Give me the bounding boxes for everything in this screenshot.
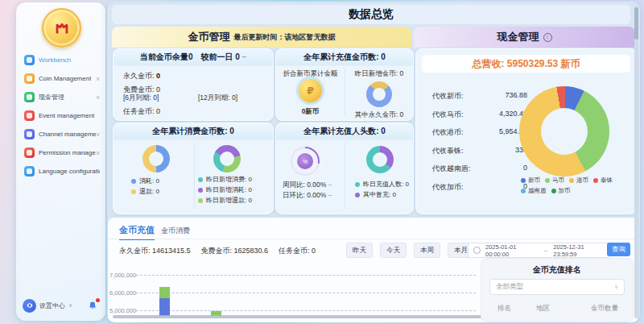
chevron-down-icon: ∨ bbox=[96, 150, 100, 156]
settings-label: 设置中心 bbox=[39, 301, 65, 310]
vertical-scrollbar[interactable] bbox=[634, 6, 638, 318]
ranking-col-amount: 金币数量 bbox=[584, 304, 625, 314]
sidebar-item-label: Language configuration bbox=[39, 168, 100, 175]
sidebar: Workbench Coin Management ∨ 现金管理 ∨ Event… bbox=[16, 2, 105, 321]
total-revenue-bar: 总营收: 5950329.53 新币 bbox=[421, 54, 631, 73]
cash-management-icon bbox=[24, 92, 35, 102]
yearly-recharge-card: 全年累计充值金币数: 0 折合新币累计金额 ₽ 0新币 昨日新增金币: 0 其中… bbox=[275, 48, 414, 121]
gridline bbox=[136, 293, 476, 293]
scrollbar-thumb[interactable] bbox=[634, 7, 638, 39]
legend-sgd: 新币 bbox=[521, 177, 540, 185]
yearly-consume-card: 全年累计消费金币数: 0 消耗: 0 退款: 0 昨日新增消费: 0 昨日新增消… bbox=[113, 123, 274, 214]
headcount-donut-chart bbox=[366, 146, 394, 173]
legend-dot bbox=[198, 188, 203, 193]
coin-balance-card: 当前金币余量0 较前一日 0 – 永久金币: 0 免费金币: 0 [6月到期: … bbox=[113, 48, 274, 121]
coin-recharge-panel: 金币充值 金币消费 永久金币: 14613415.5 免费金币: 1625830… bbox=[108, 218, 638, 322]
query-button[interactable]: 查询 bbox=[607, 243, 630, 256]
sidebar-menu: Workbench Coin Management ∨ 现金管理 ∨ Event… bbox=[16, 51, 105, 181]
bell-icon bbox=[88, 301, 97, 311]
range-yesterday-button[interactable]: 昨天 bbox=[346, 243, 373, 258]
sidebar-item-label: Event management bbox=[39, 112, 94, 119]
notification-bell-button[interactable] bbox=[88, 300, 98, 311]
gear-icon bbox=[26, 301, 34, 309]
balance-delta: 较前一日 0 – bbox=[200, 52, 246, 63]
range-today-button[interactable]: 今天 bbox=[380, 243, 407, 258]
cash-row: 代收新币:736.88 bbox=[432, 91, 527, 102]
chevron-down-icon: ∨ bbox=[96, 131, 100, 138]
channel-management-icon bbox=[24, 129, 35, 139]
coin-section-title: 金币管理 bbox=[188, 30, 230, 44]
currency-share-donut-chart bbox=[519, 86, 609, 177]
recharge-ranking-panel: 金币充值排名 全部类型 ∨ 排名 地区 金币数量 bbox=[481, 258, 634, 322]
divider bbox=[345, 143, 345, 209]
legend-yesterday-consume: 昨日新增消费: 0 bbox=[198, 175, 252, 184]
recharge-bar-chart bbox=[134, 264, 476, 316]
range-week-button[interactable]: 本周 bbox=[414, 243, 440, 258]
dec-expire-row: [12月到期: 0] bbox=[198, 93, 237, 103]
sidebar-item-event-management[interactable]: Event management bbox=[16, 106, 105, 125]
coin-section-header: 金币管理 最后更新时间：该地区暂无数据 bbox=[112, 27, 411, 48]
legend-refund: 退款: 0 bbox=[131, 187, 159, 196]
page-title: 数据总览 bbox=[349, 7, 394, 22]
perm-coin-stat: 永久金币: 14613415.5 bbox=[119, 246, 191, 256]
settings-button[interactable] bbox=[23, 299, 36, 313]
date-range-input[interactable]: 2025-01-01 00:00:00 → 2025-12-31 23:59:5… bbox=[468, 243, 611, 258]
y-axis-tick: 7,000,000 bbox=[109, 272, 133, 279]
sidebar-item-workbench[interactable]: Workbench bbox=[16, 51, 105, 69]
arrow-right-icon: → bbox=[543, 247, 549, 254]
legend-dot bbox=[198, 198, 203, 203]
logo-emblem-icon bbox=[52, 18, 72, 39]
cash-row: 代收马币:4,320.45 bbox=[432, 110, 527, 120]
sidebar-item-channel-management[interactable]: Channel management ∨ bbox=[16, 125, 105, 143]
chevron-down-icon: ∨ bbox=[614, 284, 618, 290]
event-management-icon bbox=[24, 110, 35, 121]
chevron-down-icon: ∨ bbox=[96, 94, 100, 101]
yearly-headcount-card: 全年累计充值人头数: 0 % 周同比: 0.00% – 日环比: 0.00% –… bbox=[275, 123, 414, 214]
chevron-down-icon: ∨ bbox=[96, 76, 100, 82]
gold-coin-icon: ₽ bbox=[299, 79, 322, 102]
bar-segment bbox=[159, 287, 170, 297]
yesterday-new-coin-label: 昨日新增金币: 0 bbox=[345, 69, 413, 79]
chevron-up-icon: ∧ bbox=[68, 302, 72, 309]
tab-coin-recharge[interactable]: 金币充值 bbox=[119, 224, 155, 236]
coin-balance-card-header: 当前金币余量0 较前一日 0 – bbox=[114, 49, 273, 66]
sidebar-item-label: Channel management bbox=[39, 131, 96, 138]
bar-segment bbox=[159, 298, 170, 316]
app-window: Workbench Coin Management ∨ 现金管理 ∨ Event… bbox=[0, 0, 644, 324]
info-icon[interactable]: i bbox=[543, 33, 552, 42]
gridline bbox=[136, 310, 476, 311]
notification-dot bbox=[96, 298, 100, 302]
sidebar-item-coin-management[interactable]: Coin Management ∨ bbox=[16, 69, 105, 88]
sidebar-item-language-configuration[interactable]: Language configuration bbox=[16, 162, 105, 181]
main-panel: 数据总览 金币管理 最后更新时间：该地区暂无数据 现金管理 i 当前金币余量0 … bbox=[107, 2, 640, 322]
tab-coin-consume[interactable]: 金币消费 bbox=[161, 226, 190, 236]
headcount-title: 全年累计充值人头数: 0 bbox=[303, 126, 386, 137]
legend-yesterday-use: 昨日新增消耗: 0 bbox=[198, 185, 252, 194]
gauge-percent-label: % bbox=[297, 153, 313, 169]
cash-section-title: 现金管理 bbox=[497, 30, 539, 44]
yesterday-consume-donut-chart bbox=[213, 145, 241, 172]
divider bbox=[108, 239, 638, 239]
consume-donut-chart bbox=[142, 145, 170, 172]
converted-amount-value: 0新币 bbox=[276, 107, 345, 117]
recharge-title: 全年累计充值金币数: 0 bbox=[303, 52, 386, 63]
coin-management-icon bbox=[24, 73, 35, 84]
sidebar-item-label: Permission management bbox=[39, 149, 96, 156]
sidebar-item-permission-management[interactable]: Permission management ∨ bbox=[16, 143, 105, 162]
y-axis-tick: 6,000,000 bbox=[109, 289, 133, 297]
ranking-title: 金币充值排名 bbox=[481, 264, 633, 276]
perm-coin-row: 永久金币: 0 bbox=[123, 71, 160, 81]
coin-section-update-note: 最后更新时间：该地区暂无数据 bbox=[234, 32, 336, 43]
ranking-type-select[interactable]: 全部类型 ∨ bbox=[489, 279, 625, 295]
divider bbox=[194, 143, 195, 209]
cash-section-header: 现金管理 i bbox=[414, 27, 635, 48]
sidebar-item-cash-management[interactable]: 现金管理 ∨ bbox=[16, 88, 105, 106]
legend-vnd: 越南盾 bbox=[521, 187, 547, 195]
ranking-table-header: 排名 地区 金币数量 bbox=[489, 304, 625, 314]
legend-yesterday-refund: 昨日新增退款: 0 bbox=[198, 196, 252, 205]
day-ratio-row: 日环比: 0.00% – bbox=[283, 191, 332, 201]
yearly-recharge-card-header: 全年累计充值金币数: 0 bbox=[276, 49, 413, 66]
legend-dot bbox=[131, 189, 136, 194]
coin-stats-row: 永久金币: 14613415.5 免费金币: 1625830.6 任务金币: 0 bbox=[119, 246, 316, 256]
clock-icon bbox=[473, 247, 481, 254]
